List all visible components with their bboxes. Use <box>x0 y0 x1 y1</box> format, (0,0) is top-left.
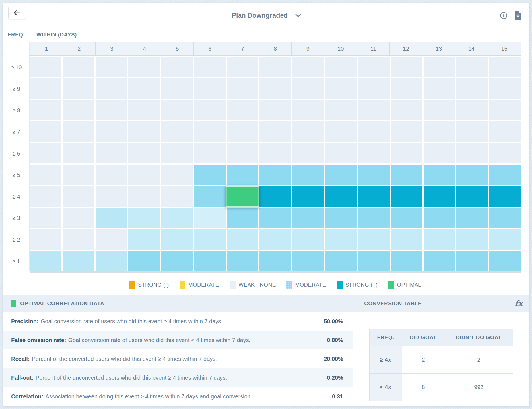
heatmap-cell[interactable] <box>424 57 455 77</box>
heatmap-cell[interactable] <box>161 78 193 99</box>
optimal-heatmap-cell[interactable] <box>226 185 259 207</box>
heatmap-cell[interactable] <box>259 78 291 99</box>
heatmap-cell[interactable] <box>424 186 455 207</box>
heatmap-cell[interactable] <box>128 251 160 271</box>
heatmap-cell[interactable] <box>424 121 455 142</box>
heatmap-cell[interactable] <box>358 121 389 142</box>
event-selector[interactable]: Plan Downgraded <box>3 3 529 28</box>
heatmap-cell[interactable] <box>30 208 61 228</box>
heatmap-cell[interactable] <box>292 165 324 185</box>
heatmap-cell[interactable] <box>391 251 422 271</box>
heatmap-cell[interactable] <box>63 100 94 120</box>
heatmap-cell[interactable] <box>391 143 422 163</box>
heatmap-cell[interactable] <box>358 208 389 228</box>
heatmap-cell[interactable] <box>259 251 291 271</box>
heatmap-cell[interactable] <box>96 251 127 271</box>
heatmap-cell[interactable] <box>259 229 291 250</box>
heatmap-cell[interactable] <box>358 57 389 77</box>
heatmap-cell[interactable] <box>259 208 291 228</box>
heatmap-cell[interactable] <box>292 229 324 250</box>
heatmap-cell[interactable] <box>161 229 193 250</box>
heatmap-cell[interactable] <box>194 57 226 77</box>
heatmap-cell[interactable] <box>128 57 160 77</box>
heatmap-cell[interactable] <box>358 143 389 163</box>
heatmap-cell[interactable] <box>194 143 226 163</box>
heatmap-cell[interactable] <box>96 57 127 77</box>
heatmap-cell[interactable] <box>194 78 226 99</box>
heatmap-cell[interactable] <box>489 165 521 185</box>
heatmap-cell[interactable] <box>325 57 357 77</box>
heatmap-cell[interactable] <box>194 186 226 207</box>
heatmap-cell[interactable] <box>325 165 357 185</box>
heatmap-cell[interactable] <box>489 57 521 77</box>
heatmap-cell[interactable] <box>194 208 226 228</box>
heatmap-cell[interactable] <box>489 100 521 120</box>
heatmap-cell[interactable] <box>259 143 291 163</box>
heatmap-cell[interactable] <box>292 100 324 120</box>
heatmap-cell[interactable] <box>128 208 160 228</box>
heatmap-cell[interactable] <box>96 78 127 99</box>
heatmap-cell[interactable] <box>30 229 61 250</box>
heatmap-cell[interactable] <box>128 100 160 120</box>
heatmap-cell[interactable] <box>96 143 127 163</box>
heatmap-cell[interactable] <box>128 186 160 207</box>
heatmap-cell[interactable] <box>194 165 226 185</box>
heatmap-cell[interactable] <box>30 121 61 142</box>
heatmap-cell[interactable] <box>30 100 61 120</box>
heatmap-cell[interactable] <box>325 143 357 163</box>
heatmap-cell[interactable] <box>489 121 521 142</box>
heatmap-cell[interactable] <box>325 100 357 120</box>
heatmap-cell[interactable] <box>325 251 357 271</box>
heatmap-cell[interactable] <box>161 208 193 228</box>
heatmap-cell[interactable] <box>227 165 258 185</box>
heatmap-cell[interactable] <box>63 229 94 250</box>
heatmap-cell[interactable] <box>456 121 488 142</box>
heatmap-cell[interactable] <box>358 165 389 185</box>
heatmap-cell[interactable] <box>227 229 258 250</box>
heatmap-cell[interactable] <box>391 229 422 250</box>
heatmap-cell[interactable] <box>63 165 94 185</box>
heatmap-cell[interactable] <box>259 121 291 142</box>
heatmap-cell[interactable] <box>391 208 422 228</box>
heatmap-cell[interactable] <box>489 229 521 250</box>
heatmap-cell[interactable] <box>358 251 389 271</box>
heatmap-cell[interactable] <box>292 121 324 142</box>
heatmap-cell[interactable] <box>259 165 291 185</box>
heatmap-cell[interactable] <box>128 78 160 99</box>
heatmap-cell[interactable] <box>63 143 94 163</box>
heatmap-cell[interactable] <box>424 251 455 271</box>
heatmap-cell[interactable] <box>325 121 357 142</box>
heatmap-cell[interactable] <box>358 100 389 120</box>
heatmap-cell[interactable] <box>456 100 488 120</box>
heatmap-cell[interactable] <box>30 78 61 99</box>
heatmap-cell[interactable] <box>161 121 193 142</box>
heatmap-cell[interactable] <box>128 143 160 163</box>
heatmap-cell[interactable] <box>227 78 258 99</box>
heatmap-cell[interactable] <box>391 121 422 142</box>
heatmap-cell[interactable] <box>63 208 94 228</box>
heatmap-cell[interactable] <box>391 186 422 207</box>
heatmap-cell[interactable] <box>456 208 488 228</box>
heatmap-cell[interactable] <box>194 229 226 250</box>
heatmap-cell[interactable] <box>325 208 357 228</box>
heatmap-cell[interactable] <box>456 78 488 99</box>
heatmap-cell[interactable] <box>358 229 389 250</box>
heatmap-cell[interactable] <box>325 229 357 250</box>
heatmap-cell[interactable] <box>424 100 455 120</box>
heatmap-cell[interactable] <box>424 143 455 163</box>
heatmap-cell[interactable] <box>96 165 127 185</box>
heatmap-cell[interactable] <box>292 251 324 271</box>
heatmap-cell[interactable] <box>489 251 521 271</box>
heatmap-cell[interactable] <box>161 143 193 163</box>
heatmap-cell[interactable] <box>227 100 258 120</box>
heatmap-cell[interactable] <box>194 100 226 120</box>
heatmap-cell[interactable] <box>456 186 488 207</box>
heatmap-cell[interactable] <box>227 143 258 163</box>
heatmap-cell[interactable] <box>96 121 127 142</box>
heatmap-cell[interactable] <box>391 78 422 99</box>
heatmap-cell[interactable] <box>424 208 455 228</box>
heatmap-cell[interactable] <box>161 186 193 207</box>
heatmap-cell[interactable] <box>161 100 193 120</box>
heatmap-cell[interactable] <box>96 229 127 250</box>
heatmap-cell[interactable] <box>358 78 389 99</box>
